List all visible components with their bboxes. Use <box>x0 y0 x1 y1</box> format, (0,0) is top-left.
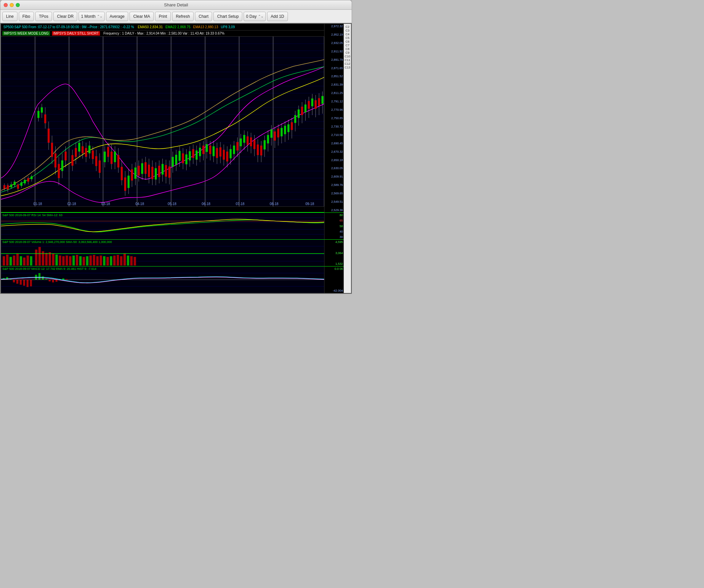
c5-label[interactable]: C5 <box>346 36 350 40</box>
c4-label[interactable]: C4 <box>346 33 350 36</box>
add-1d-button[interactable]: Add 1D <box>267 12 288 21</box>
svg-rect-250 <box>52 253 54 265</box>
svg-rect-112 <box>145 162 147 174</box>
svg-rect-273 <box>130 256 133 265</box>
period-arrow: ⌃⌄ <box>97 14 102 18</box>
svg-rect-126 <box>168 166 170 178</box>
svg-rect-258 <box>79 256 82 265</box>
c2-label[interactable]: C2 <box>346 25 350 29</box>
svg-rect-76 <box>82 146 84 153</box>
svg-rect-110 <box>141 163 143 174</box>
svg-rect-288 <box>27 280 29 287</box>
svg-rect-34 <box>3 185 5 189</box>
c3-label[interactable]: C3 <box>346 29 350 32</box>
chart-info: SP500:S&P 500 From :07-12-17 to 07-09-18… <box>2 25 135 29</box>
period-selector[interactable]: 1 Month ⌃⌄ <box>79 12 104 21</box>
svg-rect-287 <box>23 280 25 286</box>
rsi-panel[interactable]: S&P 500 2018-09-07 RSI 14: 54 SMA-12: 63 <box>1 212 324 239</box>
volume-panel[interactable]: S&P 500 2018-09-07 Volume 1: 2,946,270,0… <box>1 239 324 266</box>
c6-label[interactable]: C6 <box>346 40 350 43</box>
svg-rect-285 <box>16 280 18 284</box>
fibo-button[interactable]: Fibo <box>19 12 34 21</box>
svg-rect-259 <box>83 257 85 265</box>
svg-rect-46 <box>24 180 26 184</box>
c11-label[interactable]: C11 <box>345 58 350 62</box>
svg-rect-260 <box>86 256 88 265</box>
svg-rect-94 <box>114 152 116 162</box>
svg-rect-68 <box>65 152 67 160</box>
svg-rect-66 <box>61 160 63 171</box>
close-button[interactable] <box>4 3 8 7</box>
svg-rect-242 <box>23 257 26 265</box>
svg-rect-168 <box>240 139 242 146</box>
svg-rect-174 <box>250 137 252 146</box>
svg-rect-150 <box>209 146 211 154</box>
svg-rect-156 <box>219 147 221 156</box>
svg-rect-160 <box>226 152 228 162</box>
print-button[interactable]: Print <box>155 12 171 21</box>
svg-rect-64 <box>58 164 60 178</box>
c10-label[interactable]: C10 <box>345 55 350 58</box>
main-chart[interactable]: 01-18 02-18 03-18 04-18 05-18 06-18 07-1… <box>1 37 324 206</box>
svg-rect-293 <box>45 279 47 280</box>
svg-rect-80 <box>89 146 91 153</box>
svg-rect-42 <box>17 185 19 189</box>
line-button[interactable]: Line <box>2 12 17 21</box>
svg-text:04-18: 04-18 <box>135 202 144 206</box>
svg-rect-248 <box>45 253 48 266</box>
svg-rect-138 <box>189 151 191 160</box>
svg-rect-261 <box>90 255 92 265</box>
svg-rect-180 <box>260 146 262 156</box>
chart-button[interactable]: Chart <box>195 12 212 21</box>
svg-rect-172 <box>247 136 249 145</box>
svg-rect-84 <box>95 156 97 166</box>
svg-rect-269 <box>117 255 119 265</box>
svg-rect-116 <box>151 167 153 179</box>
svg-rect-266 <box>106 257 109 265</box>
svg-rect-122 <box>161 164 163 175</box>
c13-label[interactable]: C13 <box>345 66 350 69</box>
svg-rect-60 <box>51 143 53 157</box>
svg-rect-291 <box>39 273 41 280</box>
svg-rect-253 <box>62 256 64 265</box>
svg-rect-128 <box>172 157 174 167</box>
svg-rect-170 <box>243 135 245 143</box>
svg-rect-236 <box>3 256 5 265</box>
svg-rect-245 <box>35 250 37 265</box>
ema50-label: EMA50 2,834.31 <box>138 25 163 29</box>
c8-label[interactable]: C8 <box>346 47 350 51</box>
day-selector[interactable]: 0 Day ⌃⌄ <box>244 12 265 21</box>
svg-rect-70 <box>71 155 73 166</box>
c9-label[interactable]: C9 <box>346 51 350 54</box>
refresh-button[interactable]: Refresh <box>172 12 194 21</box>
svg-rect-100 <box>124 178 126 191</box>
rsi-label: S&P 500 2018-09-07 RSI 14: 54 SMA-12: 63 <box>1 213 64 217</box>
window-title: Share Detail <box>164 2 188 7</box>
svg-rect-263 <box>96 256 99 265</box>
maximize-button[interactable] <box>16 3 20 7</box>
svg-rect-132 <box>179 151 181 161</box>
tpos-button[interactable]: TPos <box>35 12 52 21</box>
clear-dr-button[interactable]: Clear DR <box>53 12 77 21</box>
svg-rect-194 <box>284 126 286 134</box>
c7-label[interactable]: C7 <box>346 44 350 47</box>
svg-rect-98 <box>121 167 123 180</box>
svg-text:02-18: 02-18 <box>67 202 76 206</box>
svg-rect-294 <box>49 280 51 282</box>
svg-rect-88 <box>104 152 106 162</box>
macd-panel[interactable]: S&P 500 2018-09-07 MACD 12: 17.742 EMA 9… <box>1 266 324 293</box>
minimize-button[interactable] <box>10 3 14 7</box>
svg-rect-289 <box>30 280 32 287</box>
svg-rect-268 <box>113 255 116 265</box>
svg-rect-136 <box>185 154 187 164</box>
titlebar: Share Detail <box>0 0 352 10</box>
svg-text:09-18: 09-18 <box>305 202 314 206</box>
clear-ma-button[interactable]: Clear MA <box>130 12 154 21</box>
c12-label[interactable]: C12 <box>345 62 350 65</box>
chart-setup-button[interactable]: Chart Setup <box>213 12 242 21</box>
svg-rect-148 <box>206 144 208 152</box>
svg-rect-249 <box>49 252 51 266</box>
svg-rect-104 <box>131 169 133 181</box>
average-button[interactable]: Average <box>106 12 128 21</box>
svg-rect-216 <box>321 96 323 104</box>
